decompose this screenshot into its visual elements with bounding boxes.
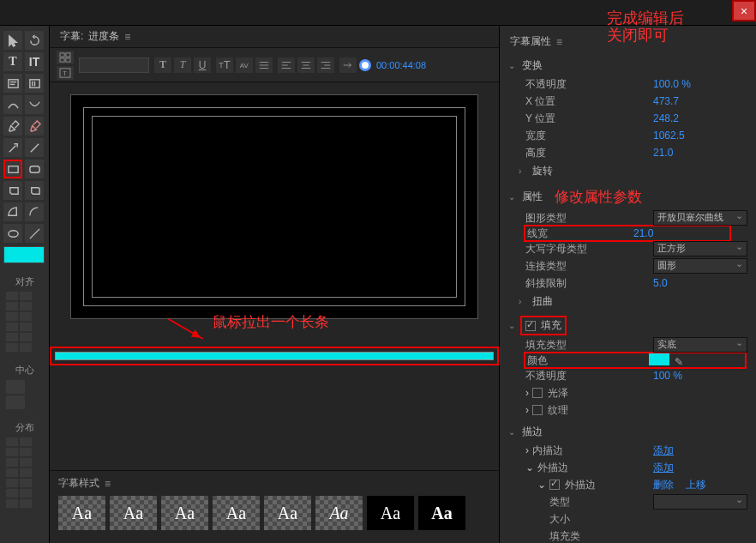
- sheen-checkbox[interactable]: [532, 388, 543, 398]
- opacity-value[interactable]: 100.0 %: [653, 78, 747, 90]
- distribute-btn[interactable]: [20, 468, 32, 477]
- style-thumb[interactable]: Aa: [213, 496, 260, 530]
- props-menu-icon[interactable]: ≡: [556, 36, 562, 48]
- distribute-btn[interactable]: [6, 489, 18, 498]
- align-btn[interactable]: [20, 333, 32, 341]
- pen-tool[interactable]: [3, 117, 22, 136]
- align-center-btn[interactable]: [297, 57, 315, 73]
- align-btn[interactable]: [6, 323, 18, 331]
- style-thumb[interactable]: Aa: [264, 496, 311, 530]
- attributes-section[interactable]: ⌄属性修改属性参数: [500, 184, 756, 209]
- miter-value[interactable]: 5.0: [653, 277, 747, 289]
- add-anchor-tool[interactable]: [3, 138, 22, 157]
- templates-btn[interactable]: [57, 51, 74, 64]
- line-tool-2[interactable]: [25, 224, 44, 243]
- style-thumb[interactable]: Aa: [367, 496, 414, 530]
- ellipse-tool[interactable]: [3, 224, 22, 243]
- stroke-moveup[interactable]: 上移: [686, 478, 706, 492]
- transform-section[interactable]: ⌄变换: [500, 56, 756, 75]
- x-value[interactable]: 473.7: [653, 95, 747, 107]
- panel-menu-icon[interactable]: ≡: [124, 31, 130, 43]
- font-size-btn[interactable]: TT: [216, 57, 233, 73]
- align-btn[interactable]: [20, 312, 32, 321]
- distribute-btn[interactable]: [6, 468, 18, 477]
- vertical-type-tool[interactable]: IT: [25, 52, 44, 71]
- align-btn[interactable]: [6, 343, 18, 352]
- distribute-btn[interactable]: [6, 437, 18, 446]
- width-value[interactable]: 1062.5: [653, 130, 747, 142]
- style-thumb[interactable]: Aa: [315, 496, 363, 530]
- font-family-select[interactable]: [79, 57, 149, 73]
- distribute-btn[interactable]: [20, 489, 32, 498]
- center-btn[interactable]: [6, 380, 25, 394]
- timecode-display[interactable]: 00:00:44:08: [376, 60, 426, 70]
- center-btn[interactable]: [6, 395, 25, 409]
- rotation-row[interactable]: ›旋转: [500, 161, 756, 181]
- height-value[interactable]: 21.0: [653, 147, 747, 159]
- stroke-section[interactable]: ⌄描边: [500, 422, 756, 442]
- clipped-rect-tool[interactable]: [3, 181, 22, 200]
- rotate-tool[interactable]: [25, 31, 44, 50]
- distort-row[interactable]: ›扭曲: [500, 292, 756, 311]
- align-btn[interactable]: [6, 292, 18, 300]
- path-type-tool-2[interactable]: [25, 95, 44, 114]
- canvas[interactable]: [70, 94, 478, 319]
- fill-opacity-value[interactable]: 100 %: [653, 370, 747, 382]
- pen-tool-2[interactable]: [25, 117, 44, 136]
- shape-type-select[interactable]: 开放贝塞尔曲线: [653, 210, 747, 226]
- line-tool[interactable]: [25, 138, 44, 157]
- style-thumb[interactable]: Aa: [110, 496, 157, 530]
- distribute-btn[interactable]: [20, 499, 32, 508]
- fill-color-swatch[interactable]: [649, 353, 669, 365]
- outer-stroke-add[interactable]: 添加: [653, 461, 747, 475]
- fill-type-select[interactable]: 实底: [653, 337, 747, 353]
- path-type-tool[interactable]: [3, 95, 22, 114]
- style-thumb[interactable]: Aa: [418, 496, 465, 530]
- y-value[interactable]: 248.2: [653, 112, 747, 124]
- style-thumb[interactable]: Aa: [161, 496, 208, 530]
- distribute-btn[interactable]: [6, 499, 18, 508]
- fill-checkbox[interactable]: [525, 321, 536, 331]
- align-btn[interactable]: [20, 302, 32, 311]
- underline-btn[interactable]: U: [194, 57, 211, 73]
- close-button[interactable]: ×: [732, 0, 756, 21]
- clipped-rounded-tool[interactable]: [25, 181, 44, 200]
- progress-bar-shape[interactable]: [50, 347, 499, 365]
- selection-tool[interactable]: [3, 31, 22, 50]
- distribute-btn[interactable]: [20, 479, 32, 487]
- inner-stroke-add[interactable]: 添加: [653, 443, 747, 458]
- distribute-btn[interactable]: [6, 458, 18, 467]
- align-right-btn[interactable]: [317, 57, 334, 73]
- styles-menu-icon[interactable]: ≡: [105, 478, 111, 490]
- italic-btn[interactable]: T: [174, 57, 191, 73]
- eyedropper-icon[interactable]: ✎: [673, 356, 685, 368]
- distribute-btn[interactable]: [6, 448, 18, 456]
- align-btn[interactable]: [20, 292, 32, 300]
- tab-btn[interactable]: [339, 57, 357, 73]
- stroke-type-select[interactable]: [653, 494, 747, 510]
- bold-btn[interactable]: T: [154, 57, 171, 73]
- distribute-btn[interactable]: [20, 437, 32, 446]
- outer-stroke-item-checkbox[interactable]: [549, 480, 560, 490]
- join-select[interactable]: 圆形: [653, 258, 747, 274]
- align-btn[interactable]: [6, 302, 18, 311]
- caps-select[interactable]: 正方形: [653, 241, 747, 256]
- kerning-btn[interactable]: AV: [236, 57, 253, 73]
- linewidth-value[interactable]: 21.0: [633, 227, 728, 239]
- area-type-tool[interactable]: [3, 74, 22, 93]
- align-btn[interactable]: [6, 333, 18, 341]
- stroke-delete[interactable]: 删除: [653, 478, 674, 492]
- align-left-btn[interactable]: [278, 57, 295, 73]
- show-video-btn[interactable]: [359, 59, 371, 71]
- color-swatch[interactable]: [3, 246, 45, 263]
- wedge-tool[interactable]: [3, 202, 22, 221]
- arc-tool[interactable]: [25, 202, 44, 221]
- align-btn[interactable]: [20, 343, 32, 352]
- leading-btn[interactable]: [255, 57, 273, 73]
- roll-type-btn[interactable]: T: [57, 66, 74, 80]
- vertical-area-type-tool[interactable]: [25, 74, 44, 93]
- align-btn[interactable]: [20, 323, 32, 331]
- rounded-rectangle-tool[interactable]: [25, 160, 44, 178]
- type-tool[interactable]: T: [3, 52, 22, 71]
- distribute-btn[interactable]: [20, 448, 32, 456]
